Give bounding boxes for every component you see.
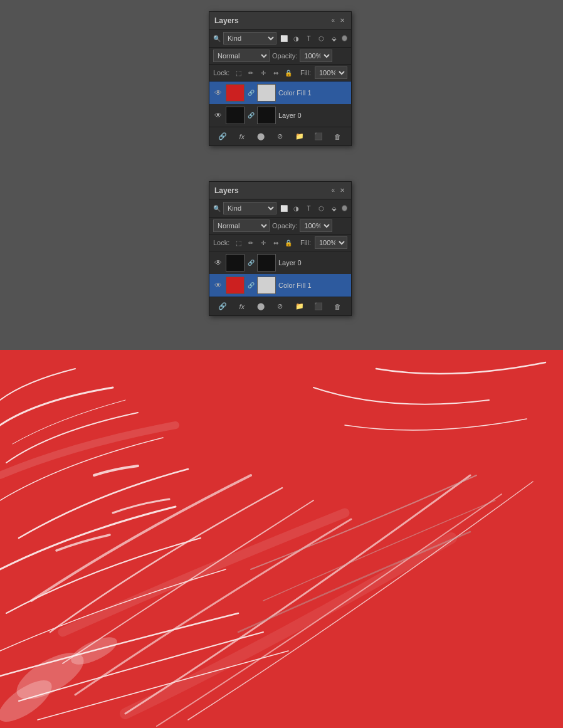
panel1-filter-row: 🔍 Kind ⬜ ◑ T ⬡ ⬙: [209, 29, 351, 48]
panel2-layer2-thumb-mask: [257, 277, 276, 294]
panel2-collapse-btn[interactable]: «: [330, 186, 336, 195]
panel2-lock-row: Lock: ⬚ ✏ ✛ ⇔ 🔒 Fill: 100%: [209, 235, 351, 251]
panel2-layer1-visibility-icon[interactable]: 👁: [213, 258, 223, 268]
panel1-filter-icons: ⬜ ◑ T ⬡ ⬙: [279, 33, 339, 43]
panel1-layer1-thumb-mask: [257, 84, 276, 102]
panel2-fill-select[interactable]: 100%: [315, 236, 347, 249]
panel2-layer1-thumb: [226, 254, 245, 272]
panel2-search-icon: 🔍: [213, 205, 221, 212]
panel1-layer1-link-icon: 🔗: [247, 84, 255, 102]
panel2-lock-label: Lock:: [213, 239, 229, 246]
panel1-lock-position-icon[interactable]: ✛: [258, 68, 268, 78]
panel1-group-btn[interactable]: 📁: [294, 131, 305, 142]
panel2-title: Layers: [214, 186, 239, 195]
panel2-shape-icon[interactable]: ⬡: [317, 203, 327, 213]
panel1-layer2-thumb2: [257, 107, 276, 124]
panel1-layer1-visibility-icon[interactable]: 👁: [213, 88, 223, 98]
panel1-delete-btn[interactable]: 🗑: [332, 131, 344, 142]
panel2-filter-icons: ⬜ ◑ T ⬡ ⬙: [279, 203, 339, 213]
panel2-layer1-name: Layer 0: [278, 259, 347, 266]
panel1-lock-all-icon[interactable]: 🔒: [283, 68, 293, 78]
panel1-adjust-icon[interactable]: ◑: [292, 33, 302, 43]
panel1-smartobj-icon[interactable]: ⬙: [329, 33, 339, 43]
panel1-bottom-toolbar: 🔗 fx ⬤ ⊘ 📁 ⬛ 🗑: [209, 127, 351, 145]
panel1-adjustment-btn[interactable]: ⬤: [255, 131, 266, 142]
panel2-delete-btn[interactable]: 🗑: [332, 301, 344, 312]
panel1-layer2-thumb: [226, 107, 245, 124]
panel1-lock-transparency-icon[interactable]: ⬚: [233, 68, 243, 78]
panel1-lock-label: Lock:: [213, 69, 229, 76]
panel2-blend-select[interactable]: Normal: [213, 219, 270, 232]
panel1-layer2-link-icon: 🔗: [247, 107, 255, 124]
panel2-fx-btn[interactable]: fx: [236, 301, 248, 312]
panel2-close-btn[interactable]: ✕: [339, 186, 346, 195]
panel2-layer-layer0[interactable]: 👁 🔗 Layer 0: [209, 251, 351, 274]
panel1-shape-icon[interactable]: ⬡: [317, 33, 327, 43]
layers-panel-2: Layers « ✕ 🔍 Kind ⬜ ◑ T ⬡ ⬙ Normal Opaci…: [209, 181, 352, 316]
panel2-filter-row: 🔍 Kind ⬜ ◑ T ⬡ ⬙: [209, 199, 351, 218]
panel2-layer1-link-icon: 🔗: [247, 254, 255, 272]
panel2-blend-row: Normal Opacity: 100%: [209, 218, 351, 235]
panel1-fill-label: Fill:: [300, 69, 311, 76]
panel2-opacity-select[interactable]: 100%: [300, 219, 332, 232]
panel2-mask-btn[interactable]: ⊘: [275, 301, 286, 312]
panel1-layer-layer0[interactable]: 👁 🔗 Layer 0: [209, 104, 351, 127]
panel1-link-btn[interactable]: 🔗: [217, 131, 228, 142]
panel2-header-icons: « ✕: [330, 186, 346, 195]
panel1-blend-select[interactable]: Normal: [213, 50, 270, 62]
panel1-layer1-thumb-color: [226, 84, 245, 102]
panel1-layer2-name: Layer 0: [278, 112, 347, 119]
panel2-layer1-thumb2: [257, 254, 276, 272]
panel1-lock-pixels-icon[interactable]: ✏: [246, 68, 256, 78]
layers-panel-1: Layers « ✕ 🔍 Kind ⬜ ◑ T ⬡ ⬙ Normal Opaci…: [209, 11, 352, 146]
panel2-layer2-visibility-icon[interactable]: 👁: [213, 280, 223, 290]
panel1-header-icons: « ✕: [330, 16, 346, 25]
panel1-layer2-visibility-icon[interactable]: 👁: [213, 110, 223, 120]
panel1-blend-row: Normal Opacity: 100%: [209, 48, 351, 65]
panel1-frame-btn[interactable]: ⬛: [313, 131, 324, 142]
panel1-lock-artboard-icon[interactable]: ⇔: [271, 68, 281, 78]
panel2-lock-all-icon[interactable]: 🔒: [283, 238, 293, 248]
panel2-link-btn[interactable]: 🔗: [217, 301, 228, 312]
canvas-area: [0, 350, 563, 728]
panel2-frame-btn[interactable]: ⬛: [313, 301, 324, 312]
panel2-layer2-thumb-color: [226, 277, 245, 294]
panel2-smartobj-icon[interactable]: ⬙: [329, 203, 339, 213]
panel2-image-icon[interactable]: ⬜: [279, 203, 289, 213]
panel2-bottom-toolbar: 🔗 fx ⬤ ⊘ 📁 ⬛ 🗑: [209, 297, 351, 315]
panel1-indicator-dot: [342, 35, 347, 41]
panel2-lock-position-icon[interactable]: ✛: [258, 238, 268, 248]
panel2-layer2-name: Color Fill 1: [278, 282, 347, 289]
panel2-kind-select[interactable]: Kind: [223, 202, 276, 214]
panel1-collapse-btn[interactable]: «: [330, 16, 336, 25]
panel1-lock-row: Lock: ⬚ ✏ ✛ ⇔ 🔒 Fill: 100%: [209, 65, 351, 82]
panel2-header: Layers « ✕: [209, 182, 351, 199]
panel2-indicator-dot: [342, 205, 347, 211]
panel1-fx-btn[interactable]: fx: [236, 131, 248, 142]
panel2-opacity-label: Opacity:: [272, 222, 297, 229]
panel1-mask-btn[interactable]: ⊘: [275, 131, 286, 142]
panel2-lock-transparency-icon[interactable]: ⬚: [233, 238, 243, 248]
panel1-fill-select[interactable]: 100%: [315, 66, 347, 79]
panel1-title: Layers: [214, 16, 239, 25]
panel1-search-icon: 🔍: [213, 35, 221, 42]
panel1-image-icon[interactable]: ⬜: [279, 33, 289, 43]
panel1-layer1-name: Color Fill 1: [278, 89, 347, 97]
panel2-fill-label: Fill:: [300, 239, 311, 246]
panel1-opacity-select[interactable]: 100%: [300, 50, 332, 62]
panel2-layer2-link-icon: 🔗: [247, 277, 255, 294]
panel1-text-icon[interactable]: T: [304, 33, 314, 43]
panel1-opacity-label: Opacity:: [272, 52, 297, 60]
panel2-lock-artboard-icon[interactable]: ⇔: [271, 238, 281, 248]
panel2-adjustment-btn[interactable]: ⬤: [255, 301, 266, 312]
panel2-group-btn[interactable]: 📁: [294, 301, 305, 312]
panel2-lock-pixels-icon[interactable]: ✏: [246, 238, 256, 248]
panel1-kind-select[interactable]: Kind: [223, 32, 276, 45]
panel2-text-icon[interactable]: T: [304, 203, 314, 213]
panel2-layer-colorfill[interactable]: 👁 🔗 Color Fill 1: [209, 274, 351, 297]
panel1-layer-colorfill[interactable]: 👁 🔗 Color Fill 1: [209, 82, 351, 104]
panel1-header: Layers « ✕: [209, 12, 351, 29]
panel1-close-btn[interactable]: ✕: [339, 16, 346, 25]
panel2-adjust-icon[interactable]: ◑: [292, 203, 302, 213]
